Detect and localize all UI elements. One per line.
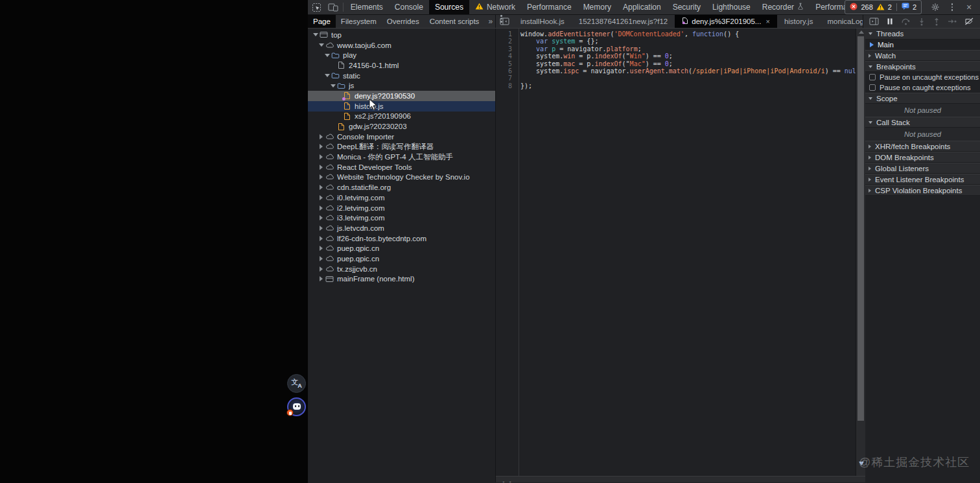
- navigator-tab-content-scripts[interactable]: Content scripts: [425, 15, 485, 28]
- tree-item-deny-js-20190530[interactable]: deny.js?20190530: [308, 91, 495, 101]
- tree-item-puep-qpic-cn[interactable]: puep.qpic.cn: [308, 253, 495, 264]
- tree-item-gdw-js-20230203[interactable]: gdw.js?20230203: [308, 121, 495, 132]
- section-header-csp-violation-breakpoints[interactable]: CSP Violation Breakpoints: [865, 185, 980, 196]
- tab-performance[interactable]: Performance: [521, 0, 578, 14]
- checkbox-pause-on-caught-exceptions[interactable]: Pause on caught exceptions: [865, 82, 980, 93]
- tree-item-top[interactable]: top: [308, 30, 495, 40]
- tree-item-js-letvcdn-com[interactable]: js.letvcdn.com: [308, 223, 495, 233]
- chevron-collapsed-icon[interactable]: [318, 256, 325, 261]
- section-header-call-stack[interactable]: Call Stack: [865, 117, 980, 128]
- checkbox-icon[interactable]: [869, 84, 876, 91]
- tree-item-history-js[interactable]: history.js: [308, 101, 495, 112]
- device-toolbar-icon[interactable]: [325, 0, 342, 14]
- chevron-collapsed-icon[interactable]: [318, 266, 325, 272]
- tree-item-puep-qpic-cn[interactable]: puep.qpic.cn: [308, 243, 495, 253]
- step-over-icon[interactable]: [901, 18, 911, 25]
- section-header-threads[interactable]: Threads: [865, 29, 980, 40]
- close-icon[interactable]: ×: [961, 3, 977, 12]
- tree-item-monica-gpt-4[interactable]: Monica - 你的 GPT-4 人工智能助手: [308, 152, 495, 162]
- pause-icon[interactable]: [886, 18, 894, 25]
- chevron-collapsed-icon[interactable]: [318, 246, 325, 251]
- step-icon[interactable]: [948, 18, 957, 25]
- tab-sources[interactable]: Sources: [429, 0, 469, 14]
- chevron-collapsed-icon[interactable]: [318, 134, 325, 139]
- chevron-collapsed-icon[interactable]: [318, 195, 325, 200]
- editor-tab-1521387641261new-js-f12[interactable]: 1521387641261new.js?f12: [572, 15, 675, 28]
- chevron-expanded-icon[interactable]: [323, 54, 331, 57]
- tree-item-lf26-cdn-tos-bytecdntp-com[interactable]: lf26-cdn-tos.bytecdntp.com: [308, 233, 495, 244]
- scrollbar-thumb[interactable]: [858, 36, 864, 421]
- tree-item-i2-letvimg-com[interactable]: i2.letvimg.com: [308, 203, 495, 213]
- chevron-expanded-icon[interactable]: [323, 74, 331, 77]
- chevron-collapsed-icon[interactable]: [318, 144, 325, 149]
- chevron-expanded-icon[interactable]: [312, 33, 319, 36]
- tree-item-deepl[interactable]: DeepL翻译：阅读写作翻译器: [308, 142, 495, 152]
- section-header-xhr-fetch-breakpoints[interactable]: XHR/fetch Breakpoints: [865, 141, 980, 152]
- section-header-dom-breakpoints[interactable]: DOM Breakpoints: [865, 152, 980, 163]
- tree-item-play[interactable]: play: [308, 50, 495, 60]
- checkbox-pause-on-uncaught-exceptions[interactable]: Pause on uncaught exceptions: [865, 72, 980, 82]
- chevron-collapsed-icon[interactable]: [318, 185, 325, 190]
- editor-tab-history-js[interactable]: history.js: [777, 15, 821, 28]
- tree-item-tx-zsjjcvb-cn[interactable]: tx.zsjjcvb.cn: [308, 264, 495, 274]
- close-tab-icon[interactable]: ×: [765, 18, 769, 25]
- tree-item-i3-letvimg-com[interactable]: i3.letvimg.com: [308, 213, 495, 223]
- toggle-navigator-panel-icon[interactable]: [496, 15, 513, 28]
- tree-item-mainframe-none-html[interactable]: mainFrame (none.html): [308, 274, 495, 285]
- navigator-tab-overrides[interactable]: Overrides: [382, 15, 425, 28]
- status-badges[interactable]: 268 2 2: [845, 0, 922, 14]
- editor-scrollbar[interactable]: [856, 29, 865, 476]
- tree-item-cdn-staticfile-org[interactable]: cdn.staticfile.org: [308, 182, 495, 193]
- step-into-icon[interactable]: [918, 18, 926, 26]
- section-header-event-listener-breakpoints[interactable]: Event Listener Breakpoints: [865, 174, 980, 185]
- chevron-expanded-icon[interactable]: [329, 84, 336, 88]
- toggle-debugger-sidebar-icon[interactable]: [869, 18, 879, 25]
- tree-item-js[interactable]: js: [308, 80, 495, 91]
- settings-gear-icon[interactable]: [927, 3, 944, 12]
- scroll-up-arrow-icon[interactable]: [859, 30, 864, 34]
- deactivate-breakpoints-icon[interactable]: [964, 18, 974, 25]
- tree-item-xs2-js-20190906[interactable]: xs2.js?20190906: [308, 112, 495, 122]
- translate-button[interactable]: 文A: [287, 374, 306, 393]
- tree-item-website-technology-checker-by-snov-io[interactable]: Website Technology Checker by Snov.io: [308, 172, 495, 183]
- section-header-breakpoints[interactable]: Breakpoints: [865, 61, 980, 72]
- tree-item-www-taoju6-com[interactable]: www.taoju6.com: [308, 40, 495, 51]
- code-editor[interactable]: 1window.addEventListener('DOMContentLoad…: [496, 29, 865, 482]
- chevron-collapsed-icon[interactable]: [318, 226, 325, 231]
- tab-console[interactable]: Console: [389, 0, 429, 14]
- more-menu-icon[interactable]: [944, 3, 961, 11]
- tab-lighthouse[interactable]: Lighthouse: [706, 0, 756, 14]
- tree-item-i0-letvimg-com[interactable]: i0.letvimg.com: [308, 193, 495, 203]
- chevron-expanded-icon[interactable]: [318, 43, 325, 47]
- scroll-down-arrow-icon[interactable]: [859, 462, 864, 465]
- editor-tab-monicalogo-png[interactable]: monicaLogo.png: [820, 15, 863, 28]
- section-header-watch[interactable]: Watch: [865, 50, 980, 61]
- tab-security[interactable]: Security: [667, 0, 706, 14]
- chevron-collapsed-icon[interactable]: [318, 165, 325, 170]
- editor-tab-deny-js-3f201905[interactable]: deny.js%3F201905...×: [675, 15, 777, 28]
- editor-tab-installhook-js[interactable]: installHook.js: [513, 15, 572, 28]
- section-header-scope[interactable]: Scope: [865, 93, 980, 104]
- overflow-tabs-icon[interactable]: »: [484, 15, 496, 28]
- chevron-collapsed-icon[interactable]: [318, 276, 325, 281]
- tab-performance-insights[interactable]: Performance insights: [810, 0, 845, 14]
- tab-elements[interactable]: Elements: [345, 0, 389, 14]
- tab-application[interactable]: Application: [617, 0, 667, 14]
- section-header-global-listeners[interactable]: Global Listeners: [865, 163, 980, 174]
- inspect-icon[interactable]: [308, 0, 325, 14]
- tree-item-24156-0-1-html[interactable]: 24156-0-1.html: [308, 60, 495, 71]
- tree-item-console-importer[interactable]: Console Importer: [308, 132, 495, 142]
- tree-item-static[interactable]: static: [308, 71, 495, 81]
- thread-item-main[interactable]: Main: [865, 40, 980, 50]
- monica-button[interactable]: [287, 397, 306, 416]
- chevron-collapsed-icon[interactable]: [318, 154, 325, 159]
- step-out-icon[interactable]: [933, 18, 940, 26]
- chevron-collapsed-icon[interactable]: [318, 206, 325, 211]
- navigator-tab-page[interactable]: Page: [308, 15, 336, 28]
- checkbox-icon[interactable]: [869, 74, 876, 80]
- navigator-tab-filesystem[interactable]: Filesystem: [336, 15, 382, 28]
- tab-recorder[interactable]: Recorder: [756, 0, 810, 14]
- tree-item-react-developer-tools[interactable]: React Developer Tools: [308, 162, 495, 172]
- tab-network[interactable]: Network: [469, 0, 521, 14]
- chevron-collapsed-icon[interactable]: [318, 215, 325, 220]
